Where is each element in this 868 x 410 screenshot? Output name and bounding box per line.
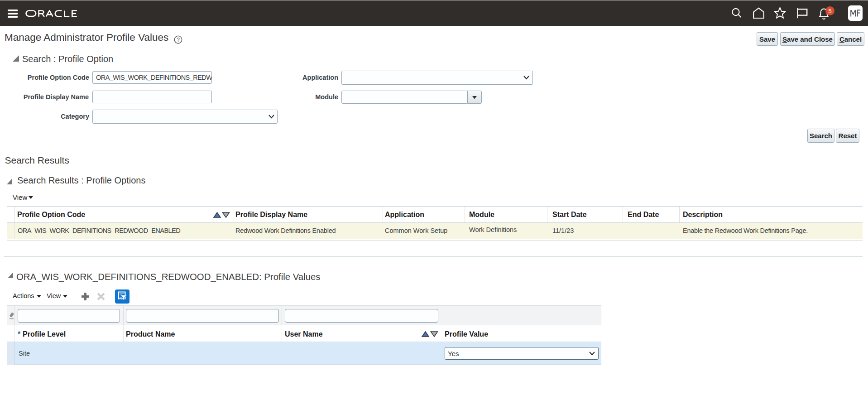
svg-text:?: ?	[177, 37, 180, 43]
